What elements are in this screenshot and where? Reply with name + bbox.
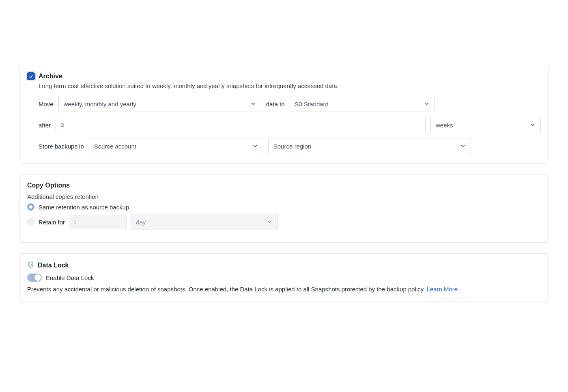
learn-more-link[interactable]: Learn More. [426, 286, 459, 293]
after-value-input[interactable] [56, 117, 426, 133]
chevron-down-icon [252, 143, 258, 150]
retention-same-label: Same retention as source backup [39, 204, 129, 211]
move-schedule-value: weekly, monthly and yearly [64, 101, 136, 108]
store-account-value: Source account [94, 143, 136, 150]
chevron-down-icon [424, 101, 430, 108]
data-to-label: data to [266, 101, 285, 108]
chevron-down-icon [267, 219, 272, 226]
move-label: Move [39, 101, 54, 108]
archive-checkbox[interactable] [27, 73, 34, 80]
data-lock-description-text: Prevents any accidental or malicious del… [27, 286, 426, 293]
archive-description: Long term cost effective solution suited… [39, 82, 541, 89]
copy-options-subheader: Additional copies retention [27, 193, 541, 200]
store-region-select[interactable]: Source region [268, 138, 471, 154]
after-unit-value: weeks [436, 122, 453, 129]
store-account-select[interactable]: Source account [89, 138, 263, 154]
copy-options-panel: Copy Options Additional copies retention… [19, 174, 549, 243]
archive-panel: Archive Long term cost effective solutio… [19, 65, 549, 164]
retention-custom-radio[interactable] [27, 218, 34, 226]
storage-target-select[interactable]: S3 Standard [290, 96, 435, 112]
retain-unit-value: day [136, 219, 146, 226]
retention-custom-label: Retain for [39, 219, 65, 226]
storage-target-value: S3 Standard [295, 101, 329, 108]
data-lock-description: Prevents any accidental or malicious del… [27, 286, 541, 293]
chevron-down-icon [530, 122, 536, 129]
data-lock-toggle[interactable] [27, 274, 42, 282]
data-lock-panel: Data Lock Enable Data Lock Prevents any … [19, 253, 549, 302]
data-lock-title: Data Lock [38, 262, 69, 269]
retain-unit-select: day [131, 214, 278, 230]
data-lock-enable-label: Enable Data Lock [46, 274, 94, 281]
after-unit-select[interactable]: weeks [430, 117, 541, 133]
chevron-down-icon [250, 101, 256, 108]
retain-value-input [69, 215, 127, 229]
copy-options-title: Copy Options [27, 182, 541, 189]
chevron-down-icon [460, 143, 466, 150]
move-schedule-select[interactable]: weekly, monthly and yearly [58, 96, 261, 112]
store-region-value: Source region [273, 143, 311, 150]
retention-same-radio[interactable] [27, 203, 34, 211]
after-label: after [39, 122, 51, 129]
shield-icon [27, 261, 34, 269]
store-in-label: Store backups in [39, 143, 84, 150]
archive-title: Archive [39, 73, 62, 80]
